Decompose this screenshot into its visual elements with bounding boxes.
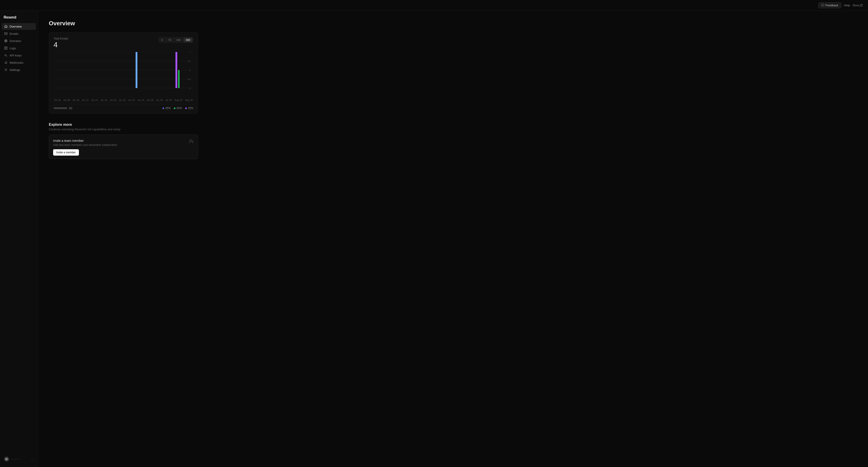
total-emails-label: Total Emails: [54, 37, 68, 40]
invite-member-button[interactable]: Invite a member: [53, 149, 79, 156]
chart-card: Total Emails 4 D 7D 15D 30D: [49, 32, 198, 113]
legend-item-0: 25%: [162, 107, 170, 110]
x-axis-labels: Jul, 06 Jul, 08 Jul, 10 Jul, 12 Jul, 14 …: [54, 99, 193, 101]
legend-dot-0: [162, 107, 164, 109]
svg-rect-24: [178, 70, 180, 88]
legend-item-1: 50%: [174, 107, 182, 110]
chart-svg: 0 0.5 1 1.5 2: [54, 52, 193, 97]
svg-point-25: [190, 139, 191, 141]
avatar: H: [4, 457, 9, 462]
svg-text:0.5: 0.5: [188, 78, 191, 80]
home-icon: [4, 25, 8, 28]
x-label-9: Jul, 24: [137, 99, 144, 101]
key-icon: [4, 54, 8, 57]
time-btn-15d[interactable]: 15D: [174, 38, 183, 42]
svg-rect-22: [135, 52, 137, 88]
invite-card: Invite a team member Add new team member…: [49, 135, 198, 159]
x-label-8: Jul, 22: [128, 99, 135, 101]
legend-dot-2: [185, 107, 187, 109]
svg-point-10: [5, 55, 6, 56]
x-label-11: Jul, 28: [156, 99, 162, 101]
page-title: Overview: [49, 20, 857, 27]
sidebar-item-overview[interactable]: Overview: [2, 23, 36, 30]
sidebar-item-settings[interactable]: Settings: [2, 66, 36, 73]
time-btn-30d[interactable]: 30D: [184, 38, 193, 42]
x-label-6: Jul, 18: [110, 99, 116, 101]
x-label-1: Jul, 08: [63, 99, 70, 101]
help-link[interactable]: Help: [844, 4, 850, 7]
time-btn-7d[interactable]: 7D: [166, 38, 174, 42]
x-label-14: Aug, 04: [185, 99, 193, 101]
bar-count: (4): [69, 107, 72, 110]
user-name: ············: [11, 458, 29, 461]
main-content: Overview Total Emails 4 D 7D 15D 30D: [38, 11, 868, 467]
invite-team-icon: [189, 139, 194, 144]
total-emails-count: 4: [54, 41, 68, 48]
svg-text:1.5: 1.5: [188, 60, 191, 62]
x-label-10: Jul, 26: [147, 99, 153, 101]
settings-icon: [4, 68, 8, 72]
feedback-button[interactable]: Feedback: [818, 2, 841, 8]
sidebar-label-webhooks: Webhooks: [9, 61, 23, 64]
sidebar-item-logs[interactable]: Logs: [2, 45, 36, 52]
legend-dot-1: [174, 107, 176, 109]
sidebar-item-api-keys[interactable]: API Keys: [2, 52, 36, 59]
x-label-7: Jul, 20: [119, 99, 125, 101]
legend-label-1: 50%: [177, 107, 182, 110]
sidebar-label-api-keys: API Keys: [9, 54, 22, 57]
mail-icon: [4, 32, 8, 35]
globe-icon: [4, 39, 8, 43]
x-label-2: Jul, 10: [72, 99, 79, 101]
explore-title: Explore more: [49, 123, 198, 127]
x-label-0: Jul, 06: [54, 99, 61, 101]
sidebar-item-domains[interactable]: Domains: [2, 37, 36, 44]
sidebar-nav: Overview Emails: [2, 23, 36, 455]
bar-indicator: [54, 107, 67, 109]
topbar-actions: Feedback Help Docs: [818, 2, 863, 8]
invite-card-description: Add new team members and streamline coll…: [53, 143, 117, 146]
sidebar-item-emails[interactable]: Emails: [2, 30, 36, 37]
legend-items: 25% 50% 25%: [162, 107, 193, 110]
sidebar-item-webhooks[interactable]: Webhooks: [2, 59, 36, 66]
x-label-5: Jul, 16: [100, 99, 107, 101]
sidebar: Resend Overview Emails: [0, 11, 38, 467]
chart-total-bar: (4): [54, 107, 72, 110]
svg-point-3: [5, 39, 6, 42]
svg-point-11: [5, 69, 6, 70]
chart-footer: (4) 25% 50% 25%: [54, 104, 193, 110]
time-controls: D 7D 15D 30D: [158, 37, 193, 43]
explore-section: Explore more Continue unlocking Resend's…: [49, 123, 198, 159]
svg-text:0: 0: [189, 87, 191, 90]
svg-point-2: [4, 39, 7, 42]
explore-subtitle: Continue unlocking Resend's full capabil…: [49, 128, 198, 131]
time-btn-d[interactable]: D: [159, 38, 165, 42]
app-layout: Resend Overview Emails: [0, 11, 868, 467]
x-label-4: Jul, 14: [91, 99, 98, 101]
legend-label-0: 25%: [165, 107, 170, 110]
svg-text:1: 1: [189, 69, 191, 71]
invite-card-info: Invite a team member Add new team member…: [53, 139, 117, 146]
app-logo: Resend: [2, 14, 36, 23]
external-link-icon: [860, 4, 863, 6]
docs-link[interactable]: Docs: [852, 4, 863, 7]
legend-item-2: 25%: [185, 107, 193, 110]
svg-rect-0: [821, 4, 824, 6]
invite-card-header: Invite a team member Add new team member…: [53, 139, 194, 146]
sidebar-label-logs: Logs: [9, 46, 16, 50]
svg-text:2: 2: [189, 52, 191, 53]
sidebar-user-section[interactable]: H ············ ···: [2, 455, 36, 463]
invite-card-title: Invite a team member: [53, 139, 117, 142]
sidebar-label-emails: Emails: [9, 32, 18, 35]
sidebar-label-domains: Domains: [9, 39, 21, 43]
x-label-12: Jul, 30: [165, 99, 172, 101]
feedback-icon: [821, 4, 824, 7]
sidebar-label-overview: Overview: [9, 25, 22, 28]
svg-rect-23: [176, 52, 177, 88]
webhooks-icon: [4, 61, 8, 64]
topbar: Feedback Help Docs: [0, 0, 868, 11]
x-label-13: Aug, 01: [175, 99, 182, 101]
user-menu-button[interactable]: ···: [31, 457, 33, 461]
chart-area: 0 0.5 1 1.5 2: [54, 52, 193, 97]
sidebar-label-settings: Settings: [9, 68, 20, 72]
legend-label-2: 25%: [188, 107, 193, 110]
